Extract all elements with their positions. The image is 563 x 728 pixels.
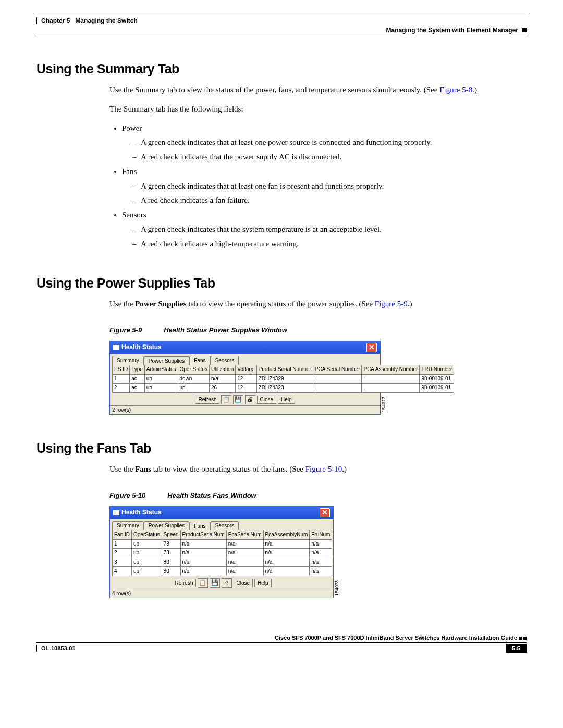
refresh-button[interactable]: Refresh: [172, 579, 196, 587]
table-cell: 80: [162, 558, 180, 567]
close-button[interactable]: ✕: [320, 508, 330, 517]
table-cell: n/a: [310, 558, 332, 567]
window-icon: [113, 510, 119, 515]
table-row[interactable]: 1acupdownn/a12ZDHZ4329--98-00109-01: [113, 374, 454, 384]
bullet-fans-red: A red check indicates a fan failure.: [134, 195, 527, 206]
tab-fans[interactable]: Fans: [189, 356, 210, 365]
column-header: PcaSerialNum: [226, 530, 263, 540]
tab-power-supplies[interactable]: Power Supplies: [144, 521, 189, 530]
heading-power-supplies: Using the Power Supplies Tab: [36, 276, 527, 291]
table-cell: n/a: [209, 374, 235, 384]
table-cell: n/a: [226, 549, 263, 558]
close-button[interactable]: ✕: [366, 343, 377, 352]
table-row[interactable]: 4up80n/an/an/an/a: [113, 567, 332, 576]
table-cell: n/a: [263, 539, 310, 549]
link-figure-5-10[interactable]: Figure 5-10: [305, 465, 342, 473]
column-header: FruNum: [310, 530, 332, 540]
save-icon[interactable]: 💾: [210, 578, 220, 588]
tab-sensors[interactable]: Sensors: [211, 521, 239, 530]
table-cell: n/a: [226, 539, 263, 549]
table-cell: 26: [209, 384, 235, 393]
column-header: Product Serial Number: [256, 365, 313, 375]
table-cell: n/a: [263, 567, 310, 576]
window-title: Health Status: [113, 343, 162, 352]
table-cell: -: [313, 384, 362, 393]
column-header: PCA Serial Number: [313, 365, 362, 375]
table-row[interactable]: 1up73n/an/an/an/a: [113, 539, 332, 549]
table-cell: 3: [113, 558, 132, 567]
link-figure-5-8[interactable]: Figure 5-8: [439, 85, 472, 94]
table-cell: n/a: [263, 549, 310, 558]
table-cell: up: [132, 558, 162, 567]
copy-icon[interactable]: 📋: [198, 578, 208, 588]
close-button-toolbar[interactable]: Close: [257, 396, 277, 404]
link-figure-5-9[interactable]: Figure 5-9: [375, 300, 408, 308]
table-row[interactable]: 2up73n/an/an/an/a: [113, 549, 332, 558]
table-cell: 73: [162, 539, 180, 549]
figure-id: 154072: [381, 397, 387, 412]
figure-5-10-caption: Figure 5-10Health Status Fans Window: [109, 491, 527, 501]
tab-sensors[interactable]: Sensors: [211, 356, 239, 365]
window-title: Health Status: [113, 508, 162, 517]
table-cell: 98-00109-01: [420, 384, 454, 393]
table-cell: ZDHZ4329: [256, 374, 313, 384]
bullet-power-red: A red check indicates that the power sup…: [134, 152, 527, 163]
table-row[interactable]: 3up80n/an/an/an/a: [113, 558, 332, 567]
table-cell: up: [132, 549, 162, 558]
column-header: OperStatus: [132, 530, 162, 540]
footer-doc-id: OL-10853-01: [41, 645, 75, 651]
column-header: PCA Assembly Number: [362, 365, 420, 375]
chapter-label: Chapter 5 Managing the Switch: [41, 17, 138, 24]
tab-summary[interactable]: Summary: [112, 356, 144, 365]
column-header: PcaAssemblyNum: [263, 530, 310, 540]
table-cell: n/a: [180, 539, 226, 549]
bullet-sensors: Sensors A green check indicates that the…: [122, 209, 527, 250]
column-header: FRU Number: [420, 365, 454, 375]
table-cell: up: [132, 567, 162, 576]
column-header: ProductSerialNum: [180, 530, 226, 540]
table-cell: n/a: [180, 549, 226, 558]
heading-fans: Using the Fans Tab: [36, 441, 527, 456]
table-cell: ac: [130, 384, 145, 393]
table-cell: 80: [162, 567, 180, 576]
help-button[interactable]: Help: [278, 396, 295, 404]
power-supplies-table: PS IDTypeAdminStatusOper StatusUtilizati…: [112, 365, 454, 393]
table-cell: 4: [113, 567, 132, 576]
refresh-button[interactable]: Refresh: [195, 396, 219, 404]
print-icon[interactable]: 🖨: [222, 578, 232, 588]
save-icon[interactable]: 💾: [233, 395, 243, 404]
header-subtitle: Managing the System with Element Manager: [386, 27, 518, 34]
fans-table: Fan IDOperStatusSpeedProductSerialNumPca…: [112, 530, 332, 576]
summary-paragraph-1: Use the Summary tab to view the status o…: [109, 84, 527, 96]
tab-fans[interactable]: Fans: [189, 522, 210, 531]
copy-icon[interactable]: 📋: [221, 395, 231, 404]
tab-power-supplies[interactable]: Power Supplies: [144, 356, 189, 366]
column-header: Type: [130, 365, 145, 375]
table-cell: 12: [236, 384, 256, 393]
column-header: Fan ID: [113, 530, 132, 540]
table-cell: n/a: [180, 567, 226, 576]
table-row[interactable]: 2acupup2612ZDHZ4323--98-00109-01: [113, 384, 454, 393]
table-cell: n/a: [226, 558, 263, 567]
table-cell: n/a: [263, 558, 310, 567]
table-cell: n/a: [310, 549, 332, 558]
column-header: PS ID: [113, 365, 130, 375]
print-icon[interactable]: 🖨: [245, 395, 255, 404]
column-header: Utilization: [209, 365, 235, 375]
health-status-power-window: Health Status ✕ SummaryPower SuppliesFan…: [109, 341, 381, 415]
table-cell: n/a: [310, 539, 332, 549]
table-cell: -: [313, 374, 362, 384]
summary-paragraph-2: The Summary tab has the following fields…: [109, 104, 527, 115]
tab-summary[interactable]: Summary: [112, 521, 144, 530]
column-header: Voltage: [236, 365, 256, 375]
help-button[interactable]: Help: [254, 579, 272, 587]
header-rule-left: [36, 17, 37, 24]
bullet-fans: Fans A green check indicates that at lea…: [122, 166, 527, 206]
bullet-power: Power A green check indicates that at le…: [122, 123, 527, 163]
close-button-toolbar[interactable]: Close: [234, 579, 253, 587]
power-paragraph: Use the Power Supplies tab to view the o…: [109, 299, 527, 310]
table-cell: n/a: [310, 567, 332, 576]
bullet-sensors-green: A green check indicates that the system …: [134, 224, 527, 236]
table-cell: up: [178, 384, 209, 393]
header-square-marker: [522, 28, 527, 32]
